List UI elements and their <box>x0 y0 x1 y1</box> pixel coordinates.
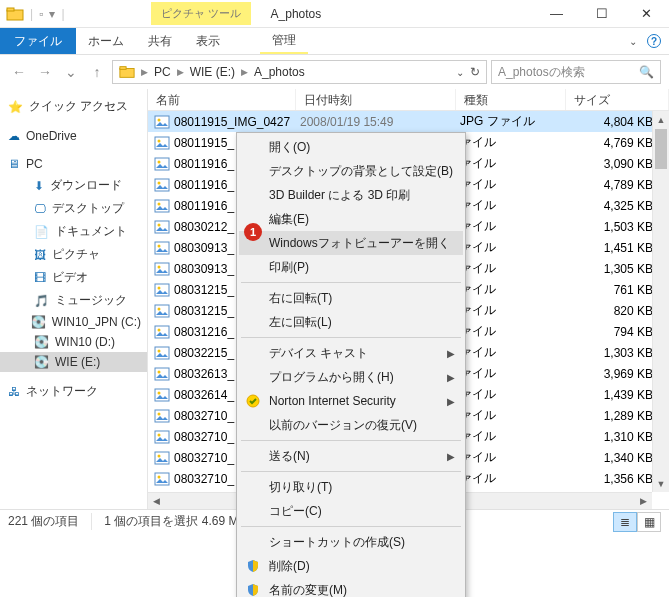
svg-rect-24 <box>155 326 169 338</box>
column-name[interactable]: 名前 <box>148 89 296 110</box>
file-type: JPG ファイル <box>460 113 570 130</box>
breadcrumb[interactable]: WIE (E:) <box>186 65 239 79</box>
submenu-arrow-icon: ▶ <box>447 451 455 462</box>
sidebar-item-music[interactable]: 🎵ミュージック <box>0 289 147 312</box>
downloads-icon: ⬇ <box>34 179 44 193</box>
sidebar-item-network[interactable]: 🖧ネットワーク <box>0 380 147 403</box>
breadcrumb[interactable]: A_photos <box>250 65 309 79</box>
menu-send-to[interactable]: 送る(N)▶ <box>239 444 463 468</box>
crumb-sep-icon[interactable]: ▶ <box>175 67 186 77</box>
breadcrumb[interactable]: PC <box>150 65 175 79</box>
svg-point-25 <box>158 328 161 331</box>
image-file-icon <box>154 282 170 298</box>
menu-previous-versions[interactable]: 以前のバージョンの復元(V) <box>239 413 463 437</box>
help-button[interactable]: ? <box>647 34 661 48</box>
file-type: ァイル <box>460 134 570 151</box>
svg-rect-28 <box>155 368 169 380</box>
search-input[interactable]: A_photosの検索 🔍 <box>491 60 661 84</box>
sidebar-item-documents[interactable]: 📄ドキュメント <box>0 220 147 243</box>
minimize-button[interactable]: — <box>534 0 579 28</box>
ribbon-expand-icon[interactable]: ⌄ <box>629 36 637 47</box>
menu-photo-viewer[interactable]: Windowsフォトビューアーを開く <box>239 231 463 255</box>
title-bar: | ▫ ▾ | ピクチャ ツール A_photos — ☐ ✕ <box>0 0 669 28</box>
scrollbar-thumb[interactable] <box>655 129 667 169</box>
sidebar-item-drive-c[interactable]: 💽WIN10_JPN (C:) <box>0 312 147 332</box>
menu-3d-print[interactable]: 3D Builder による 3D 印刷 <box>239 183 463 207</box>
column-size[interactable]: サイズ <box>566 89 669 110</box>
menu-edit[interactable]: 編集(E) <box>239 207 463 231</box>
menu-norton[interactable]: Norton Internet Security▶ <box>239 389 463 413</box>
svg-rect-6 <box>155 137 169 149</box>
image-file-icon <box>154 135 170 151</box>
sidebar-item-drive-e[interactable]: 💽WIE (E:) <box>0 352 147 372</box>
crumb-sep-icon[interactable]: ▶ <box>139 67 150 77</box>
home-tab[interactable]: ホーム <box>76 28 136 54</box>
sidebar-item-quick-access[interactable]: ⭐クイック アクセス <box>0 95 147 118</box>
svg-point-9 <box>158 160 161 163</box>
address-dropdown-icon[interactable]: ⌄ <box>456 67 464 78</box>
scroll-down-icon[interactable]: ▼ <box>653 475 669 492</box>
forward-button[interactable]: → <box>34 61 56 83</box>
menu-copy[interactable]: コピー(C) <box>239 499 463 523</box>
context-menu: 開く(O) デスクトップの背景として設定(B) 3D Builder による 3… <box>236 132 466 597</box>
menu-rotate-right[interactable]: 右に回転(T) <box>239 286 463 310</box>
sidebar-item-desktop[interactable]: 🖵デスクトップ <box>0 197 147 220</box>
share-tab[interactable]: 共有 <box>136 28 184 54</box>
menu-cut[interactable]: 切り取り(T) <box>239 475 463 499</box>
svg-rect-10 <box>155 179 169 191</box>
close-button[interactable]: ✕ <box>624 0 669 28</box>
qat-button[interactable]: ▫ <box>39 7 43 21</box>
music-icon: 🎵 <box>34 294 49 308</box>
file-type: ァイル <box>460 428 570 445</box>
menu-create-shortcut[interactable]: ショートカットの作成(S) <box>239 530 463 554</box>
svg-rect-12 <box>155 200 169 212</box>
menu-delete[interactable]: 削除(D) <box>239 554 463 578</box>
scroll-right-icon[interactable]: ▶ <box>635 493 652 509</box>
qat-separator: | <box>61 7 64 21</box>
refresh-icon[interactable]: ↻ <box>470 65 480 79</box>
svg-point-5 <box>158 118 161 121</box>
sidebar-item-downloads[interactable]: ⬇ダウンロード <box>0 174 147 197</box>
vertical-scrollbar[interactable]: ▲ ▼ <box>652 111 669 492</box>
image-file-icon <box>154 303 170 319</box>
svg-rect-34 <box>155 431 169 443</box>
annotation-badge: 1 <box>244 223 262 241</box>
sidebar-item-videos[interactable]: 🎞ビデオ <box>0 266 147 289</box>
up-button[interactable]: ↑ <box>86 61 108 83</box>
file-type: ァイル <box>460 260 570 277</box>
svg-point-13 <box>158 202 161 205</box>
menu-rename[interactable]: 名前の変更(M) <box>239 578 463 597</box>
column-type[interactable]: 種類 <box>456 89 566 110</box>
sidebar-item-drive-d[interactable]: 💽WIN10 (D:) <box>0 332 147 352</box>
desktop-icon: 🖵 <box>34 202 46 216</box>
sidebar-item-onedrive[interactable]: ☁OneDrive <box>0 126 147 146</box>
column-date[interactable]: 日付時刻 <box>296 89 456 110</box>
menu-device-cast[interactable]: デバイス キャスト▶ <box>239 341 463 365</box>
crumb-sep-icon[interactable]: ▶ <box>239 67 250 77</box>
view-tab[interactable]: 表示 <box>184 28 232 54</box>
file-tab[interactable]: ファイル <box>0 28 76 54</box>
svg-point-21 <box>158 286 161 289</box>
maximize-button[interactable]: ☐ <box>579 0 624 28</box>
menu-open[interactable]: 開く(O) <box>239 135 463 159</box>
menu-set-background[interactable]: デスクトップの背景として設定(B) <box>239 159 463 183</box>
svg-rect-36 <box>155 452 169 464</box>
back-button[interactable]: ← <box>8 61 30 83</box>
scroll-left-icon[interactable]: ◀ <box>148 493 165 509</box>
details-view-button[interactable]: ≣ <box>613 512 637 532</box>
file-type: ァイル <box>460 155 570 172</box>
history-button[interactable]: ⌄ <box>60 61 82 83</box>
qat-button[interactable]: ▾ <box>49 7 55 21</box>
menu-print[interactable]: 印刷(P) <box>239 255 463 279</box>
menu-open-with[interactable]: プログラムから開く(H)▶ <box>239 365 463 389</box>
menu-rotate-left[interactable]: 左に回転(L) <box>239 310 463 334</box>
address-bar[interactable]: ▶ PC ▶ WIE (E:) ▶ A_photos ⌄ ↻ <box>112 60 487 84</box>
sidebar-item-pc[interactable]: 🖥PC <box>0 154 147 174</box>
file-row[interactable]: 08011915_IMG_04272008/01/19 15:49JPG ファイ… <box>148 111 669 132</box>
large-icons-view-button[interactable]: ▦ <box>637 512 661 532</box>
manage-tab[interactable]: 管理 <box>260 28 308 54</box>
shield-rename-icon <box>245 582 261 597</box>
sidebar-item-pictures[interactable]: 🖼ピクチャ <box>0 243 147 266</box>
menu-separator <box>241 282 461 283</box>
scroll-up-icon[interactable]: ▲ <box>653 111 669 128</box>
